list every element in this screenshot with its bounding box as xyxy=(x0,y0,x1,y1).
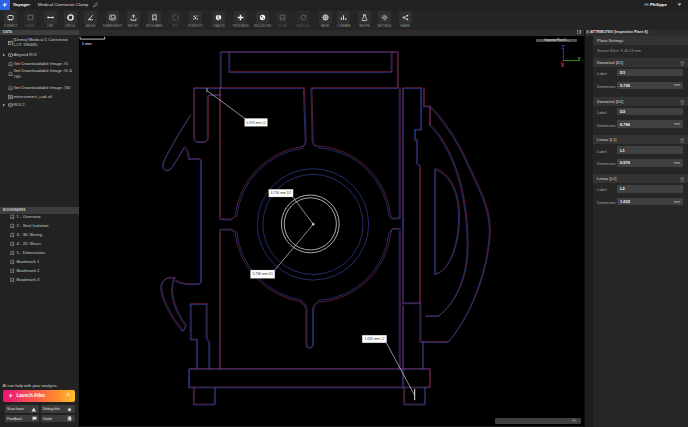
svg-text:1.632 mm L2: 1.632 mm L2 xyxy=(365,337,385,341)
svg-text:5.736 mm D1: 5.736 mm D1 xyxy=(252,272,272,276)
svg-text:0.576 mm L1: 0.576 mm L1 xyxy=(246,121,266,125)
svg-text:1 mm: 1 mm xyxy=(82,41,93,46)
svg-text:6.796 mm D2: 6.796 mm D2 xyxy=(271,191,291,195)
svg-text:X: X xyxy=(561,63,565,68)
svg-text:Y: Y xyxy=(578,57,581,62)
svg-text:Z: Z xyxy=(562,45,565,50)
